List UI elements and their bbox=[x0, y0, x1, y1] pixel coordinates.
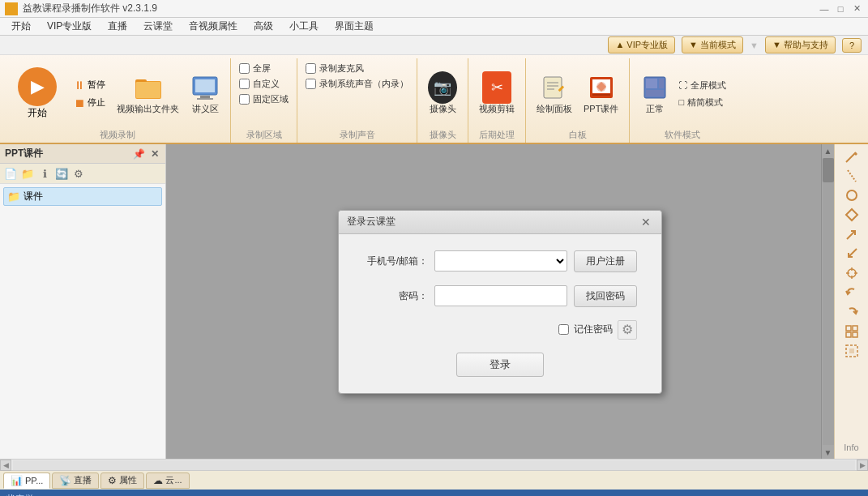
stop-button[interactable]: ⏹ 停止 bbox=[70, 95, 109, 111]
scroll-right-button[interactable]: ▶ bbox=[857, 460, 868, 471]
menu-vip[interactable]: VIP专业版 bbox=[39, 18, 100, 35]
tab-ppt-icon: 📊 bbox=[11, 475, 23, 486]
tool-arrow2[interactable] bbox=[837, 245, 866, 263]
question-button[interactable]: ? bbox=[842, 38, 862, 53]
tree-item-courseware[interactable]: 📁 课件 bbox=[3, 187, 162, 206]
whiteboard-btns: 绘制面板 PPT课件 bbox=[532, 58, 622, 129]
tab-properties[interactable]: ⚙ 属性 bbox=[100, 472, 144, 489]
video-edit-button[interactable]: ✂ 视频剪辑 bbox=[475, 71, 519, 117]
svg-rect-32 bbox=[846, 326, 851, 331]
start-record-button[interactable]: ▶ 开始 bbox=[11, 64, 63, 123]
svg-rect-33 bbox=[853, 326, 857, 331]
svg-rect-19 bbox=[646, 90, 664, 96]
fullscreen-option[interactable]: 全屏 bbox=[239, 62, 289, 75]
bottom-scrollbar[interactable]: ◀ ▶ bbox=[0, 459, 868, 470]
system-audio-checkbox[interactable] bbox=[306, 79, 316, 89]
vip-pro-button[interactable]: ▲ VIP专业版 bbox=[608, 36, 675, 53]
window-controls: — □ ✕ bbox=[818, 2, 863, 15]
tool-circle[interactable] bbox=[837, 186, 866, 204]
fullscreen-mode-option[interactable]: ⛶ 全屏模式 bbox=[678, 79, 726, 92]
menu-advanced[interactable]: 高级 bbox=[246, 18, 281, 35]
ppt-courseware-button[interactable]: PPT课件 bbox=[579, 71, 622, 117]
phone-select[interactable] bbox=[434, 250, 567, 272]
pause-button[interactable]: ⏸ 暂停 bbox=[70, 77, 109, 93]
fixed-area-checkbox[interactable] bbox=[239, 94, 250, 105]
mic-label: 录制麦克风 bbox=[319, 62, 364, 75]
custom-option[interactable]: 自定义 bbox=[239, 77, 289, 91]
minimize-button[interactable]: — bbox=[818, 2, 831, 15]
menu-cloud[interactable]: 云课堂 bbox=[135, 18, 181, 35]
mic-option[interactable]: 录制麦克风 bbox=[306, 62, 408, 75]
pin-button[interactable]: 📌 bbox=[131, 148, 147, 160]
ribbon-group-whiteboard: 绘制面板 PPT课件 白板 bbox=[526, 58, 630, 143]
close-button[interactable]: ✕ bbox=[850, 2, 863, 15]
video-record-group-label: 视频录制 bbox=[100, 129, 135, 143]
lecture-area-button[interactable]: 讲义区 bbox=[186, 71, 224, 117]
bottom-scroll-track[interactable] bbox=[13, 460, 855, 470]
vip-separator: ▼ bbox=[750, 41, 759, 50]
fixed-area-option[interactable]: 固定区域 bbox=[239, 92, 289, 106]
system-audio-option[interactable]: 录制系统声音（内录） bbox=[306, 77, 408, 91]
simple-mode-option[interactable]: □ 精简模式 bbox=[678, 96, 726, 109]
settings-button[interactable]: ⚙ bbox=[71, 166, 86, 181]
login-button[interactable]: 登录 bbox=[456, 353, 544, 377]
tool-redo[interactable] bbox=[837, 303, 866, 321]
tab-cloud[interactable]: ☁ 云... bbox=[146, 472, 189, 489]
svg-line-26 bbox=[849, 249, 857, 257]
password-input[interactable] bbox=[434, 285, 567, 306]
fullscreen-mode-label: 全屏模式 bbox=[691, 79, 726, 92]
register-button[interactable]: 用户注册 bbox=[574, 250, 637, 272]
tool-select[interactable] bbox=[837, 342, 866, 360]
menu-live[interactable]: 直播 bbox=[100, 18, 135, 35]
panel-close-button[interactable]: ✕ bbox=[149, 148, 160, 160]
draw-panel-button[interactable]: 绘制面板 bbox=[532, 71, 576, 117]
menu-start[interactable]: 开始 bbox=[3, 18, 39, 35]
tool-grid[interactable] bbox=[837, 323, 866, 340]
camera-button[interactable]: 📷 摄像头 bbox=[424, 71, 461, 117]
current-mode-button[interactable]: ▼ 当前模式 bbox=[682, 36, 743, 53]
dialog-title-bar: 登录云课堂 ✕ bbox=[339, 211, 661, 234]
whiteboard-group-label: 白板 bbox=[569, 129, 587, 143]
modal-overlay: 登录云课堂 ✕ 手机号/邮箱： 用户注册 密码： bbox=[166, 144, 834, 459]
normal-mode-button[interactable]: 正常 bbox=[636, 71, 673, 117]
svg-rect-35 bbox=[853, 332, 857, 337]
tab-cloud-icon: ☁ bbox=[153, 475, 163, 486]
find-password-button[interactable]: 找回密码 bbox=[574, 285, 637, 307]
tab-live[interactable]: 📡 直播 bbox=[52, 472, 99, 489]
output-folder-button[interactable]: 视频输出文件夹 bbox=[113, 71, 183, 117]
menu-tools[interactable]: 小工具 bbox=[281, 18, 327, 35]
tool-pen1[interactable] bbox=[837, 148, 866, 165]
left-panel-title: PPT课件 bbox=[5, 147, 43, 160]
post-process-group-label: 后期处理 bbox=[479, 129, 515, 143]
help-button[interactable]: ▼ 帮助与支持 bbox=[765, 36, 836, 53]
fullscreen-checkbox[interactable] bbox=[239, 63, 250, 74]
info-label: Info bbox=[844, 439, 858, 455]
menu-audio-video[interactable]: 音视频属性 bbox=[181, 18, 246, 35]
menu-theme[interactable]: 界面主题 bbox=[327, 18, 382, 35]
dialog-close-button[interactable]: ✕ bbox=[639, 215, 653, 229]
tool-diamond[interactable] bbox=[837, 206, 866, 224]
info-button[interactable]: ℹ bbox=[37, 166, 52, 181]
svg-rect-37 bbox=[849, 348, 854, 353]
tool-arrow1[interactable] bbox=[837, 225, 866, 243]
start-icon: ▶ bbox=[18, 67, 57, 106]
tab-ppt[interactable]: 📊 PP... bbox=[3, 472, 50, 489]
svg-line-20 bbox=[846, 152, 856, 162]
scroll-left-button[interactable]: ◀ bbox=[0, 460, 11, 471]
new-file-button[interactable]: 📄 bbox=[3, 166, 18, 181]
custom-checkbox[interactable] bbox=[239, 79, 250, 89]
new-folder-button[interactable]: 📁 bbox=[20, 166, 35, 181]
refresh-button[interactable]: 🔄 bbox=[54, 166, 69, 181]
maximize-button[interactable]: □ bbox=[834, 2, 847, 15]
draw-icon bbox=[540, 73, 569, 102]
remember-checkbox[interactable] bbox=[558, 324, 569, 335]
dialog-settings-button[interactable]: ⚙ bbox=[618, 320, 637, 340]
video-edit-label: 视频剪辑 bbox=[479, 104, 515, 114]
tool-undo[interactable] bbox=[837, 284, 866, 301]
main-area: PPT课件 📌 ✕ 📄 📁 ℹ 🔄 ⚙ 📁 课件 ▲ bbox=[0, 144, 868, 459]
mic-checkbox[interactable] bbox=[306, 63, 316, 74]
tool-pen2[interactable] bbox=[837, 167, 866, 185]
svg-rect-7 bbox=[544, 77, 562, 98]
tool-crosshair[interactable] bbox=[837, 264, 866, 282]
vip-bar: ▲ VIP专业版 ▼ 当前模式 ▼ ▼ 帮助与支持 ? bbox=[0, 36, 868, 55]
